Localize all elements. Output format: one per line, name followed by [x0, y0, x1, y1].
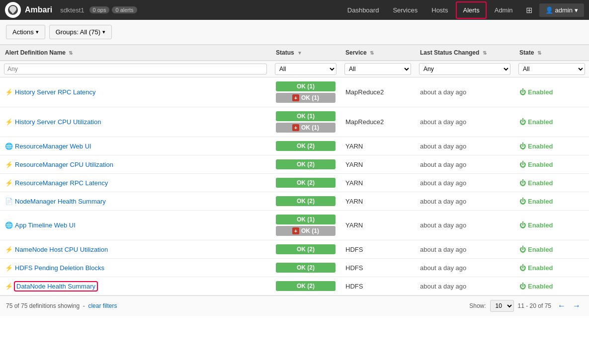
- alert-name-cell: ⚡NameNode Host CPU Utilization: [0, 240, 271, 259]
- lightning-icon: ⚡: [5, 264, 13, 272]
- filter-state-select[interactable]: All: [518, 63, 585, 75]
- status-ok-button[interactable]: OK (1): [276, 81, 336, 91]
- state-enabled[interactable]: Enabled: [519, 264, 584, 272]
- sort-icon-name: ⇅: [69, 50, 73, 56]
- user-icon: 👤: [545, 6, 553, 14]
- status-ok-button[interactable]: OK (2): [276, 141, 336, 151]
- table-row: ⚡HDFS Pending Deletion BlocksOK (2)HDFSa…: [0, 259, 589, 277]
- state-enabled[interactable]: Enabled: [519, 246, 584, 253]
- show-label: Show:: [469, 302, 486, 309]
- alert-name-cell: ⚡HDFS Pending Deletion Blocks: [0, 259, 271, 277]
- table-row: ⚡DataNode Health SummaryOK (2)HDFSabout …: [0, 277, 589, 295]
- table-row: ⚡ResourceManager CPU UtilizationOK (2)YA…: [0, 155, 589, 174]
- grid-icon[interactable]: ⊞: [521, 2, 537, 18]
- nav-admin[interactable]: Admin: [489, 2, 519, 18]
- prev-page-button[interactable]: ←: [555, 300, 568, 311]
- filter-service-select[interactable]: All: [344, 63, 411, 75]
- alert-name-link[interactable]: NameNode Host CPU Utilization: [15, 246, 108, 253]
- lightning-icon: ⚡: [5, 283, 13, 290]
- status-cell: OK (2): [271, 259, 340, 277]
- alert-name-link[interactable]: ResourceManager Web UI: [15, 143, 91, 150]
- lightning-icon: ⚡: [5, 179, 13, 187]
- alerts-badge: 0 alerts: [112, 6, 137, 13]
- sort-icon-status: ▼: [297, 50, 302, 56]
- alert-name-link[interactable]: HDFS Pending Deletion Blocks: [15, 264, 104, 272]
- table-row: 🌐App Timeline Web UIOK (1)+OK (1)YARNabo…: [0, 211, 589, 240]
- alert-name-link[interactable]: ResourceManager RPC Latency: [15, 179, 108, 187]
- page-info: 11 - 20 of 75: [518, 302, 551, 309]
- state-cell: Enabled: [514, 77, 589, 107]
- last-changed-cell: about a day ago: [415, 192, 514, 211]
- alert-name-link[interactable]: DataNode Health Summary: [15, 282, 97, 291]
- nav-alerts[interactable]: Alerts: [456, 1, 486, 19]
- timestamp: about a day ago: [420, 118, 466, 126]
- state-enabled[interactable]: Enabled: [519, 118, 584, 126]
- alert-name-cell: ⚡DataNode Health Summary: [0, 277, 271, 295]
- status-cell: OK (2): [271, 174, 340, 192]
- clear-filters-link[interactable]: clear filters: [88, 302, 117, 309]
- next-page-button[interactable]: →: [570, 300, 583, 311]
- nav-hosts[interactable]: Hosts: [425, 2, 454, 18]
- filter-name-input[interactable]: [4, 64, 267, 74]
- filter-last-changed-select[interactable]: Any: [419, 63, 510, 75]
- main-nav: Dashboard Services Hosts Alerts Admin ⊞ …: [341, 1, 584, 19]
- filter-status-select[interactable]: All: [275, 63, 337, 75]
- service-cell: HDFS: [340, 240, 415, 259]
- alert-name-link[interactable]: History Server CPU Utilization: [15, 118, 101, 126]
- status-ok-button[interactable]: OK (2): [276, 159, 336, 169]
- state-enabled[interactable]: Enabled: [519, 198, 584, 205]
- state-cell: Enabled: [514, 174, 589, 192]
- status-secondary-button[interactable]: +OK (1): [276, 226, 336, 236]
- service-name: HDFS: [345, 264, 363, 272]
- state-enabled[interactable]: Enabled: [519, 88, 584, 96]
- status-secondary-button[interactable]: +OK (1): [276, 123, 336, 133]
- status-ok-button[interactable]: OK (1): [276, 215, 336, 224]
- status-ok-button[interactable]: OK (2): [276, 196, 336, 206]
- lightning-icon: ⚡: [5, 88, 13, 96]
- sort-icon-last-changed: ⇅: [483, 50, 487, 56]
- status-ok-button[interactable]: OK (2): [276, 263, 336, 273]
- alert-name-cell: ⚡ResourceManager RPC Latency: [0, 174, 271, 192]
- user-menu[interactable]: 👤 admin ▾: [539, 3, 584, 17]
- state-enabled[interactable]: Enabled: [519, 179, 584, 187]
- alert-name-cell: 🌐App Timeline Web UI: [0, 211, 271, 240]
- status-ok-button[interactable]: OK (2): [276, 281, 336, 291]
- page-size-select[interactable]: 10 25 50: [490, 300, 514, 312]
- filter-service-cell: All: [340, 61, 415, 77]
- state-enabled[interactable]: Enabled: [519, 221, 584, 229]
- col-alert-name[interactable]: Alert Definition Name ⇅: [0, 45, 271, 61]
- alert-name-link[interactable]: ResourceManager CPU Utilization: [15, 161, 113, 168]
- status-cell: OK (2): [271, 137, 340, 155]
- alert-name-link[interactable]: History Server RPC Latency: [15, 88, 96, 96]
- timestamp: about a day ago: [420, 246, 466, 253]
- service-name: MapReduce2: [345, 88, 384, 96]
- alert-name-link[interactable]: App Timeline Web UI: [15, 221, 76, 229]
- service-cell: YARN: [340, 155, 415, 174]
- alert-name-link[interactable]: NodeManager Health Summary: [15, 198, 106, 205]
- service-cell: HDFS: [340, 277, 415, 295]
- nav-dashboard[interactable]: Dashboard: [341, 2, 385, 18]
- state-cell: Enabled: [514, 211, 589, 240]
- state-enabled[interactable]: Enabled: [519, 161, 584, 168]
- status-ok-button[interactable]: OK (2): [276, 244, 336, 254]
- col-service[interactable]: Service ⇅: [340, 45, 415, 61]
- alert-name-cell: ⚡History Server CPU Utilization: [0, 107, 271, 137]
- status-secondary-button[interactable]: +OK (1): [276, 93, 336, 103]
- state-enabled[interactable]: Enabled: [519, 143, 584, 150]
- page-navigation: ← →: [555, 300, 583, 311]
- service-name: YARN: [345, 179, 363, 187]
- col-state[interactable]: State ⇅: [514, 45, 589, 61]
- nav-services[interactable]: Services: [387, 2, 423, 18]
- last-changed-cell: about a day ago: [415, 277, 514, 295]
- status-ok-button[interactable]: OK (2): [276, 178, 336, 188]
- actions-button[interactable]: Actions: [6, 25, 45, 39]
- alerts-table-container: Alert Definition Name ⇅ Status ▼ Service…: [0, 45, 589, 295]
- status-ok-button[interactable]: OK (1): [276, 111, 336, 121]
- col-last-changed[interactable]: Last Status Changed ⇅: [415, 45, 514, 61]
- status-cell: OK (2): [271, 155, 340, 174]
- col-status[interactable]: Status ▼: [271, 45, 340, 61]
- alert-name-cell: ⚡History Server RPC Latency: [0, 77, 271, 107]
- ops-badge: 0 ops: [89, 6, 110, 13]
- state-enabled[interactable]: Enabled: [519, 283, 584, 290]
- groups-button[interactable]: Groups: All (75): [49, 25, 112, 39]
